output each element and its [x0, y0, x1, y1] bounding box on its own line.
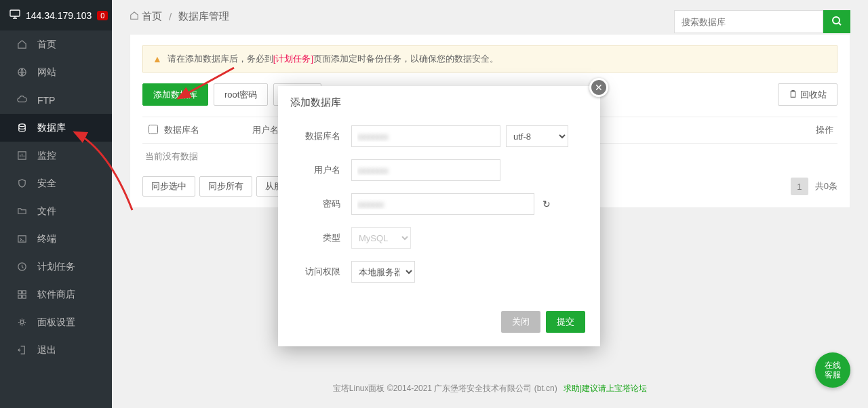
- sidebar-item-site[interactable]: 网站: [0, 58, 112, 86]
- search-button[interactable]: [823, 10, 850, 33]
- trash-icon: [789, 89, 797, 100]
- cloud-icon: [17, 95, 28, 105]
- sidebar-item-cron[interactable]: 计划任务: [0, 253, 112, 281]
- alert-text: 请在添加数据库后，务必到[计划任务]页面添加定时备份任务，以确保您的数据安全。: [167, 53, 498, 65]
- svg-rect-9: [22, 295, 26, 298]
- breadcrumb-current: 数据库管理: [178, 10, 229, 23]
- root-password-button[interactable]: root密码: [214, 83, 268, 106]
- gear-icon: [17, 317, 28, 327]
- breadcrumb-sep: /: [169, 11, 172, 22]
- search-icon: [831, 16, 842, 28]
- sidebar-item-monitor[interactable]: 监控: [0, 142, 112, 169]
- access-select[interactable]: 本地服务器: [351, 261, 415, 283]
- sidebar-item-label: FTP: [37, 95, 55, 106]
- sidebar-item-label: 网站: [37, 66, 56, 79]
- svg-rect-0: [10, 10, 20, 16]
- charset-select[interactable]: utf-8: [506, 125, 568, 147]
- pager: 1 共0条: [791, 178, 837, 195]
- sidebar-item-file[interactable]: 文件: [0, 197, 112, 225]
- database-icon: [17, 123, 28, 133]
- type-select: MySQL: [351, 227, 411, 249]
- search-input[interactable]: [674, 10, 823, 33]
- sidebar-item-label: 首页: [37, 39, 56, 51]
- search-wrap: [674, 10, 850, 33]
- notification-badge[interactable]: 0: [97, 11, 108, 20]
- terminal-icon: [17, 234, 28, 244]
- add-database-button[interactable]: 添加数据库: [142, 83, 208, 106]
- breadcrumb-home[interactable]: 首页: [142, 10, 162, 23]
- cancel-button[interactable]: 关闭: [501, 311, 540, 333]
- sidebar-item-label: 软件商店: [37, 289, 75, 301]
- clock-icon: [17, 262, 28, 272]
- monitor-icon: [9, 9, 20, 21]
- svg-point-10: [20, 321, 24, 324]
- sidebar-item-label: 面板设置: [37, 317, 75, 329]
- sidebar-item-database[interactable]: 数据库: [0, 114, 112, 142]
- svg-rect-7: [22, 291, 26, 294]
- sidebar-item-terminal[interactable]: 终端: [0, 225, 112, 253]
- sync-selected-button[interactable]: 同步选中: [142, 176, 195, 197]
- password-input[interactable]: [351, 193, 534, 215]
- svg-rect-8: [18, 295, 22, 298]
- logout-icon: [17, 345, 28, 355]
- footer-link[interactable]: 求助|建议请上宝塔论坛: [564, 384, 647, 393]
- total-count: 共0条: [815, 180, 837, 192]
- recycle-button[interactable]: 回收站: [778, 83, 837, 106]
- dbname-input[interactable]: [351, 125, 500, 147]
- sidebar-item-label: 数据库: [37, 122, 66, 134]
- svg-point-11: [833, 17, 840, 24]
- sidebar-item-label: 文件: [37, 205, 56, 218]
- sidebar-item-ftp[interactable]: FTP: [0, 86, 112, 114]
- select-all-checkbox[interactable]: [142, 125, 164, 136]
- close-icon[interactable]: ✕: [589, 78, 608, 97]
- chart-icon: [17, 150, 28, 161]
- footer: 宝塔Linux面板 ©2014-2021 广东堡塔安全技术有限公司 (bt.cn…: [112, 383, 868, 394]
- sidebar-item-label: 安全: [37, 178, 56, 190]
- sidebar-header: 144.34.179.103 0: [0, 0, 112, 30]
- footer-text: 宝塔Linux面板 ©2014-2021 广东堡塔安全技术有限公司 (bt.cn…: [333, 384, 557, 393]
- refresh-icon[interactable]: ↻: [542, 199, 551, 209]
- add-database-modal: ✕ 添加数据库 数据库名 utf-8 用户名 密码 ↻ 类型 MySQL 访问权…: [278, 86, 600, 346]
- col-operation: 操作: [816, 124, 837, 136]
- col-dbname[interactable]: 数据库名: [164, 124, 252, 136]
- sidebar-item-store[interactable]: 软件商店: [0, 281, 112, 308]
- sidebar-item-security[interactable]: 安全: [0, 169, 112, 197]
- page-number[interactable]: 1: [791, 178, 808, 195]
- sidebar-item-label: 终端: [37, 233, 56, 245]
- label-access: 访问权限: [297, 266, 351, 278]
- modal-title: 添加数据库: [278, 86, 600, 119]
- online-support-button[interactable]: 在线客服: [815, 352, 850, 388]
- alert-banner: ▲ 请在添加数据库后，务必到[计划任务]页面添加定时备份任务，以确保您的数据安全…: [142, 45, 837, 73]
- sidebar-item-settings[interactable]: 面板设置: [0, 308, 112, 336]
- sidebar-item-label: 退出: [37, 344, 56, 356]
- sidebar-item-home[interactable]: 首页: [0, 30, 112, 58]
- sidebar-item-label: 计划任务: [37, 261, 75, 273]
- apps-icon: [17, 289, 28, 300]
- sidebar: 144.34.179.103 0 首页 网站 FTP 数据库 监控 安全 文件 …: [0, 0, 112, 408]
- globe-icon: [17, 67, 28, 77]
- sidebar-menu: 首页 网站 FTP 数据库 监控 安全 文件 终端 计划任务 软件商店 面板设置…: [0, 30, 112, 364]
- home-icon: [130, 11, 139, 22]
- label-user: 用户名: [297, 164, 351, 176]
- warning-icon: ▲: [153, 54, 162, 64]
- submit-button[interactable]: 提交: [546, 311, 585, 333]
- svg-rect-6: [18, 291, 22, 294]
- label-password: 密码: [297, 198, 351, 210]
- label-dbname: 数据库名: [297, 130, 351, 142]
- sidebar-item-logout[interactable]: 退出: [0, 336, 112, 364]
- svg-point-2: [19, 124, 25, 127]
- server-ip: 144.34.179.103: [26, 10, 92, 21]
- shield-icon: [17, 178, 28, 188]
- sidebar-item-label: 监控: [37, 150, 56, 162]
- folder-icon: [17, 206, 28, 216]
- alert-link[interactable]: [计划任务]: [273, 54, 313, 64]
- user-input[interactable]: [351, 159, 500, 181]
- sync-all-button[interactable]: 同步所有: [199, 176, 252, 197]
- label-type: 类型: [297, 232, 351, 244]
- home-icon: [17, 39, 28, 49]
